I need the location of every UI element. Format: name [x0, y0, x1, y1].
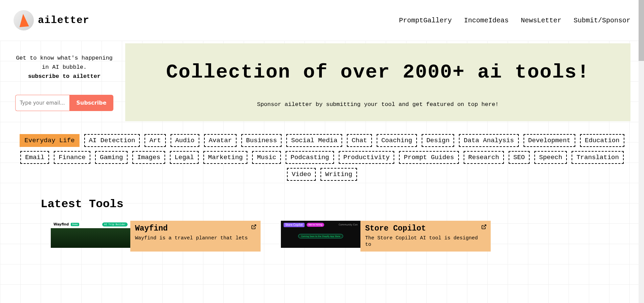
category-tag[interactable]: Gaming [95, 151, 128, 164]
external-link-icon[interactable] [251, 224, 257, 231]
category-tag[interactable]: Music [252, 151, 281, 164]
tool-card[interactable]: Store Copilot We're hiring Community Con… [281, 221, 491, 252]
sidebar: Get to know what's happening in AI bubbl… [14, 43, 115, 121]
tool-thumbnail: Wayfind Demo AI Trip Builder [51, 221, 130, 248]
hero-title: Collection of over 2000+ ai tools! [139, 60, 617, 85]
category-tag[interactable]: AI Detection [84, 134, 140, 147]
thumb-logo: Store Copilot [284, 223, 305, 227]
category-tag[interactable]: Social Media [286, 134, 342, 147]
category-tag[interactable]: Legal [170, 151, 199, 164]
category-tag[interactable]: Podcasting [286, 151, 334, 164]
category-tag[interactable]: Images [132, 151, 165, 164]
category-tag[interactable]: Writing [320, 168, 357, 181]
category-tag[interactable]: Avatar [204, 134, 237, 147]
tool-title: Wayfind [135, 224, 256, 233]
brand-name: ailetter [38, 15, 89, 26]
thumb-button: AI Trip Builder [102, 222, 128, 226]
tool-description: Wayfind is a travel planner that lets [135, 235, 256, 242]
sidebar-intro: Get to know what's happening in AI bubbl… [14, 53, 115, 72]
category-tag[interactable]: Marketing [203, 151, 248, 164]
category-tag-active[interactable]: Everyday Life [20, 134, 79, 147]
nav-income-ideas[interactable]: IncomeIdeas [464, 17, 509, 24]
scrollbar[interactable] [639, 0, 644, 252]
nav-newsletter[interactable]: NewsLetter [521, 17, 561, 24]
category-tag[interactable]: Business [241, 134, 282, 147]
thumb-badge: We're hiring [307, 223, 324, 227]
subscribe-button[interactable]: Subscribe [69, 95, 113, 111]
logo-icon [14, 10, 34, 30]
thumb-badge: Demo [71, 223, 79, 226]
category-tag[interactable]: Translation [572, 151, 623, 164]
category-tag[interactable]: Chat [347, 134, 372, 147]
logo[interactable]: ailetter [14, 10, 89, 30]
category-tag[interactable]: Design [422, 134, 454, 147]
sidebar-cta-text: subscribe to ailetter [14, 72, 115, 81]
category-tag[interactable]: Education [580, 134, 624, 147]
tool-thumbnail: Store Copilot We're hiring Community Con… [281, 221, 360, 248]
tool-info: Store Copilot The Store Copilot AI tool … [360, 221, 491, 252]
tools-row: Wayfind Demo AI Trip Builder Wayfind Way… [0, 211, 644, 252]
main-nav: PromptGallery IncomeIdeas NewsLetter Sub… [399, 17, 630, 24]
category-tag[interactable]: Productivity [339, 151, 395, 164]
nav-prompt-gallery[interactable]: PromptGallery [399, 17, 452, 24]
latest-tools-heading: Latest Tools [41, 198, 644, 211]
nav-submit-sponsor[interactable]: Submit/Sponsor [574, 17, 630, 24]
category-tag[interactable]: Video [287, 168, 316, 181]
category-tag[interactable]: Audio [171, 134, 199, 147]
thumb-right-text: Community Con [339, 223, 358, 226]
external-link-icon[interactable] [481, 224, 487, 231]
thumb-label: Wayfind [53, 222, 69, 226]
category-tag[interactable]: Research [464, 151, 504, 164]
category-tag[interactable]: Speech [534, 151, 567, 164]
category-tag[interactable]: Finance [54, 151, 90, 164]
category-tag[interactable]: Prompt Guides [399, 151, 459, 164]
email-input[interactable] [15, 95, 69, 111]
thumb-pill: Coming Soon to the Shopify App Store [298, 234, 343, 238]
hero-subtitle: Sponsor ailetter by submitting your tool… [139, 101, 617, 108]
tool-card[interactable]: Wayfind Demo AI Trip Builder Wayfind Way… [51, 221, 261, 252]
tool-description: The Store Copilot AI tool is designed to [365, 235, 486, 248]
category-list: Everyday LifeAI DetectionArtAudioAvatarB… [0, 121, 644, 181]
category-tag[interactable]: Data Analysis [459, 134, 518, 147]
category-tag[interactable]: SEO [509, 151, 530, 164]
tool-info: Wayfind Wayfind is a travel planner that… [130, 221, 261, 252]
category-tag[interactable]: Art [145, 134, 165, 147]
hero-banner: Collection of over 2000+ ai tools! Spons… [125, 43, 630, 121]
category-tag[interactable]: Coaching [377, 134, 417, 147]
tool-title: Store Copilot [365, 224, 486, 233]
category-tag[interactable]: Development [524, 134, 575, 147]
category-tag[interactable]: Email [20, 151, 49, 164]
